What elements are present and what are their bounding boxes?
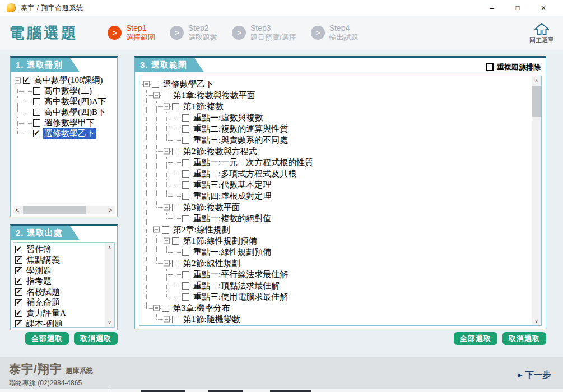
tree-item-label[interactable]: 第1節:線性規劃預備	[182, 236, 258, 246]
collapse-icon[interactable]	[164, 316, 170, 323]
checkbox[interactable]	[33, 98, 40, 105]
tree-item-label[interactable]: 重點二:頂點法求最佳解	[192, 281, 281, 291]
tree-item-label[interactable]: 重點二:多項式方程式及其根	[192, 169, 297, 179]
checkbox[interactable]	[33, 119, 40, 127]
checkbox[interactable]	[182, 249, 189, 256]
collapse-icon[interactable]	[143, 81, 150, 87]
tree-item-label[interactable]: 第2節:線性規劃	[182, 258, 241, 269]
checkbox[interactable]	[182, 282, 189, 290]
checkbox[interactable]	[182, 159, 189, 166]
checkbox[interactable]	[172, 204, 179, 211]
tree-item-label[interactable]: 第1節:複數	[182, 101, 225, 112]
checkbox[interactable]	[172, 148, 179, 155]
tree-item-label[interactable]: 高中數學(108課綱)	[33, 75, 104, 86]
checkbox[interactable]	[15, 246, 22, 253]
collapse-icon[interactable]	[153, 92, 160, 99]
scrollbar-track[interactable]	[22, 206, 106, 214]
deselect-button[interactable]: 取消選取	[502, 332, 546, 345]
horizontal-scrollbar[interactable]: < >	[13, 206, 115, 214]
checkbox[interactable]	[182, 125, 189, 133]
collapse-icon[interactable]	[164, 104, 170, 110]
source-item-label[interactable]: 學測題	[25, 265, 53, 276]
minimize-button[interactable]: –	[479, 0, 505, 16]
tree-item-label[interactable]: 高中數學(四)B下	[43, 107, 107, 118]
tree-item-label[interactable]: 重點一:虛數與複數	[192, 113, 264, 123]
checkbox[interactable]	[33, 87, 40, 95]
tree-item-label[interactable]: 選修數學乙下	[43, 128, 96, 139]
checkbox[interactable]	[182, 114, 189, 122]
scrollbar-thumb[interactable]	[23, 206, 86, 214]
checkbox[interactable]	[152, 81, 159, 88]
vertical-scrollbar[interactable]: ∧ ∨	[105, 243, 114, 327]
checkbox[interactable]	[15, 299, 22, 306]
checkbox[interactable]	[15, 278, 22, 285]
collapse-icon[interactable]	[164, 238, 170, 244]
tree-item-label[interactable]: 重點一:平行線法求最佳解	[192, 269, 289, 280]
collapse-icon[interactable]	[153, 227, 160, 233]
checkbox[interactable]	[182, 293, 189, 301]
checkbox[interactable]	[162, 305, 169, 312]
scrollbar-thumb[interactable]	[532, 86, 541, 117]
select-all-button[interactable]: 全部選取	[454, 332, 497, 345]
tree-item-label[interactable]: 選修數學甲下	[43, 118, 96, 128]
dedupe-option[interactable]: 重複題源排除	[486, 62, 541, 72]
scroll-up-icon[interactable]: ∧	[105, 243, 114, 252]
source-item-label[interactable]: 名校試題	[25, 287, 61, 297]
scroll-right-icon[interactable]: >	[106, 206, 115, 214]
tree-item-label[interactable]: 第3節:複數平面	[182, 202, 241, 213]
checkbox[interactable]	[33, 130, 40, 137]
tree-item-label[interactable]: 重點一:線性規劃預備	[192, 247, 272, 258]
checkbox[interactable]	[182, 170, 189, 178]
step-item[interactable]: >Step2選取題數	[170, 24, 217, 41]
tree-item-label[interactable]: 重點三:與實數系的不同處	[192, 135, 289, 146]
checkbox[interactable]	[15, 320, 22, 327]
checkbox[interactable]	[172, 260, 179, 267]
source-item-label[interactable]: 實力評量A	[25, 308, 67, 319]
checkbox[interactable]	[162, 226, 169, 234]
collapse-icon[interactable]	[153, 305, 160, 311]
step-item[interactable]: >Step1選擇範圍	[108, 24, 155, 41]
tree-item-label[interactable]: 重點三:使用電腦求最佳解	[192, 292, 289, 302]
source-item-label[interactable]: 習作簿	[25, 244, 53, 255]
tree-item-label[interactable]: 重點二:複數的運算與性質	[192, 124, 289, 134]
tree-item-label[interactable]: 選修數學乙下	[162, 79, 215, 90]
checkbox[interactable]	[15, 310, 22, 317]
collapse-icon[interactable]	[164, 260, 170, 267]
home-button[interactable]: 回主選單	[529, 22, 554, 43]
next-step-button[interactable]: ▶ 下一步	[518, 370, 551, 380]
checkbox[interactable]	[172, 316, 179, 323]
collapse-icon[interactable]	[164, 148, 170, 155]
tree-item-label[interactable]: 第2章:線性規劃	[172, 225, 231, 235]
step-item[interactable]: >Step3題目預覽/選擇	[232, 24, 296, 41]
scroll-left-icon[interactable]: <	[13, 206, 22, 214]
dedupe-checkbox[interactable]	[486, 63, 494, 71]
checkbox[interactable]	[15, 256, 22, 264]
checkbox[interactable]	[162, 92, 169, 99]
source-item-label[interactable]: 補充命題	[25, 297, 61, 308]
source-item-label[interactable]: 課本-例題	[25, 319, 64, 327]
scroll-up-icon[interactable]: ∧	[532, 76, 541, 85]
tree-item-label[interactable]: 重點一:一元二次方程式根的性質	[192, 157, 314, 168]
checkbox[interactable]	[182, 215, 189, 222]
tree-item-label[interactable]: 高中數學(二)	[43, 86, 93, 96]
vertical-scrollbar[interactable]: ∧ ∨	[532, 76, 541, 325]
collapse-icon[interactable]	[15, 77, 21, 83]
checkbox[interactable]	[182, 181, 189, 189]
tree-item-label[interactable]: 重點一:複數的絕對值	[192, 213, 272, 224]
collapse-icon[interactable]	[164, 204, 170, 211]
tree-item-label[interactable]: 第2節:複數與方程式	[182, 146, 258, 157]
tree-item-label[interactable]: 重點四:虛根成對定理	[192, 191, 272, 202]
deselect-button[interactable]: 取消選取	[74, 332, 118, 345]
source-item-label[interactable]: 指考題	[25, 276, 53, 287]
checkbox[interactable]	[15, 267, 22, 274]
select-all-button[interactable]: 全部選取	[25, 332, 69, 345]
tree-item-label[interactable]: 第3章:機率分布	[172, 303, 231, 314]
scroll-down-icon[interactable]: ∨	[105, 318, 114, 327]
checkbox[interactable]	[33, 109, 40, 116]
checkbox[interactable]	[15, 288, 22, 296]
checkbox[interactable]	[182, 137, 189, 144]
maximize-button[interactable]: □	[505, 0, 531, 16]
checkbox[interactable]	[172, 103, 179, 110]
checkbox[interactable]	[182, 193, 189, 200]
source-item-label[interactable]: 焦點講義	[25, 255, 61, 265]
